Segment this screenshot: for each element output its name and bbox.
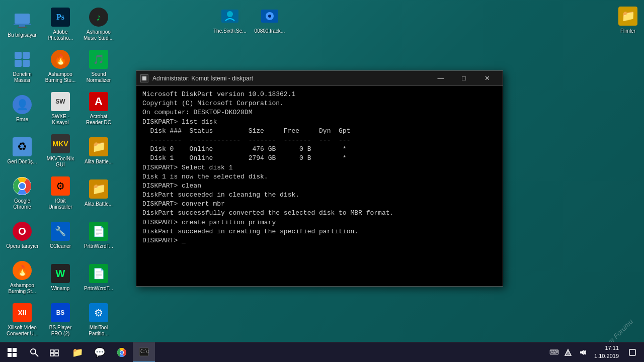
- icon-bsplayer[interactable]: BS BS.Player PRO (2): [42, 300, 78, 340]
- svg-text:C:\>: C:\>: [140, 349, 149, 354]
- top-center-icons: The.Sixth.Se... 00800.track...: [211, 4, 287, 36]
- icon-sound-normalizer[interactable]: 🎵 Sound Normalizer: [80, 46, 117, 86]
- cmd-line: DiskPart successfully converted the sele…: [142, 209, 497, 218]
- icon-mkv[interactable]: MKV MKVToolNix GUI: [42, 131, 78, 171]
- icon-label: Geri Dönüş...: [8, 159, 37, 165]
- icon-opera[interactable]: O Opera tarayıcı: [4, 215, 40, 255]
- taskbar-chrome[interactable]: [111, 342, 133, 363]
- icon-acrobat[interactable]: A Acrobat Reader DC: [80, 88, 117, 129]
- icon-bu-bilgisayar[interactable]: Bu bilgisayar: [4, 4, 40, 44]
- desktop-icons-area: Bu bilgisayar Ps Adobe Photosho... ♪ Ash…: [0, 0, 116, 342]
- icon-label: Adobe Photosho...: [44, 29, 76, 41]
- icon-ccleaner[interactable]: 🔧 CCleaner: [42, 215, 78, 255]
- svg-rect-0: [15, 14, 30, 24]
- svg-rect-24: [55, 350, 58, 352]
- icon-emre[interactable]: 👤 Emre: [4, 88, 40, 129]
- icon-label: Bu bilgisayar: [8, 32, 36, 38]
- svg-rect-26: [55, 353, 58, 356]
- explorer-icon: 📁: [72, 347, 83, 358]
- chrome-icon: [116, 347, 127, 358]
- svg-rect-4: [15, 52, 22, 59]
- cmd-titlebar[interactable]: Administrator: Komut İstemi - diskpart —…: [136, 71, 503, 86]
- taskbar-explorer[interactable]: 📁: [66, 342, 89, 363]
- cmd-title-text: Administrator: Komut İstemi - diskpart: [152, 75, 429, 82]
- icon-sixth-sense[interactable]: The.Sixth.Se...: [211, 4, 249, 36]
- icon-label: Alita.Battle...: [85, 159, 113, 165]
- cmd-maximize-button[interactable]: □: [452, 71, 475, 86]
- svg-rect-23: [50, 350, 54, 352]
- taskbar-apps-area: 📁 💬: [66, 342, 155, 363]
- taskview-button[interactable]: [44, 342, 64, 363]
- cmd-line: DiskPart succeeded in creating the speci…: [142, 227, 497, 236]
- cmd-window-controls: — □ ✕: [429, 71, 499, 86]
- svg-rect-2: [19, 25, 25, 27]
- svg-rect-1: [14, 24, 31, 25]
- cmd-content[interactable]: Microsoft DiskPart version 10.0.18362.1C…: [136, 86, 503, 286]
- icon-xilisoft[interactable]: XII Xilisoft Video Converter U...: [4, 300, 40, 340]
- cmd-minimize-button[interactable]: —: [429, 71, 452, 86]
- icon-label: Emre: [16, 117, 28, 123]
- icon-label: CCleaner: [50, 243, 71, 249]
- search-button[interactable]: [24, 342, 44, 363]
- time-display: 17:11: [605, 344, 619, 352]
- cmd-line: Disk 1 Online 2794 GB 0 B *: [142, 154, 497, 163]
- icon-label: Ashampoo Music Studi...: [83, 29, 115, 41]
- icon-prttn-1[interactable]: 📄 PrttnWzrdT...: [80, 215, 117, 255]
- svg-point-34: [568, 353, 569, 354]
- icon-minitool[interactable]: ⚙ MiniTool Partitio...: [80, 300, 117, 340]
- volume-icon[interactable]: [576, 342, 588, 363]
- icon-denetim[interactable]: Denetim Masası: [4, 46, 40, 86]
- right-icon-area: 📁 Flimler: [616, 4, 640, 36]
- keyboard-icon[interactable]: ⌨: [548, 342, 560, 363]
- cmd-line: DISKPART> clean: [142, 182, 497, 191]
- cmd-line: DISKPART> convert mbr: [142, 200, 497, 209]
- network-icon[interactable]: [562, 342, 574, 363]
- icon-ashampoo-2[interactable]: 🔥 Ashampoo Burning St...: [4, 257, 40, 298]
- svg-rect-6: [15, 60, 22, 67]
- icon-label: PrttnWzrdT...: [84, 286, 113, 292]
- icon-label: MiniTool Partitio...: [83, 325, 115, 337]
- icon-label: The.Sixth.Se...: [213, 28, 247, 34]
- svg-rect-20: [13, 353, 17, 357]
- svg-point-11: [19, 183, 25, 189]
- icon-photoshop[interactable]: Ps Adobe Photosho...: [42, 4, 78, 44]
- start-button[interactable]: [0, 342, 24, 363]
- cmd-line: Microsoft DiskPart version 10.0.18362.1: [142, 90, 497, 99]
- icon-label: IObit Uninstaller: [44, 198, 76, 210]
- icon-flimler[interactable]: 📁 Flimler: [616, 4, 640, 36]
- icon-label: Flimler: [620, 28, 635, 34]
- cmd-line: DISKPART> create partition primary: [142, 218, 497, 227]
- taskbar-right-area: ⌨ 17:11 1.10.2019: [548, 342, 644, 363]
- cmd-line: DISKPART> list disk: [142, 118, 497, 127]
- icon-label: Denetim Masası: [6, 71, 38, 83]
- svg-rect-7: [23, 60, 30, 67]
- date-display: 1.10.2019: [594, 352, 619, 360]
- cmd-line: Copyright (C) Microsoft Corporation.: [142, 99, 497, 108]
- icon-geri-donus[interactable]: ♻ Geri Dönüş...: [4, 131, 40, 171]
- icon-prttn-2[interactable]: 📄 PrttnWzrdT...: [80, 257, 117, 298]
- taskbar-cmd[interactable]: C:\>: [133, 342, 155, 363]
- icon-00800-track[interactable]: 00800.track...: [253, 4, 287, 36]
- svg-line-22: [35, 353, 38, 356]
- svg-point-16: [268, 15, 271, 18]
- icon-label: PrttnWzrdT...: [84, 243, 113, 249]
- icon-chrome[interactable]: Google Chrome: [4, 173, 40, 213]
- icon-iobit[interactable]: ⚙ IObit Uninstaller: [42, 173, 78, 213]
- icon-ashampoo-burning[interactable]: 🔥 Ashampoo Burning Stu...: [42, 46, 78, 86]
- cmd-line: Disk 1 is now the selected disk.: [142, 172, 497, 182]
- icon-label: SWXE - Kısayol: [44, 114, 76, 126]
- icon-winamp[interactable]: W Winamp: [42, 257, 78, 298]
- icon-alita-2[interactable]: 📁 Alita.Battle...: [80, 173, 117, 213]
- icon-alita-1[interactable]: 📁 Alita.Battle...: [80, 131, 117, 171]
- svg-rect-19: [8, 353, 12, 357]
- svg-rect-3: [18, 27, 27, 28]
- svg-rect-25: [50, 353, 54, 356]
- taskbar-whatsapp[interactable]: 💬: [89, 342, 111, 363]
- cmd-close-button[interactable]: ✕: [475, 71, 499, 86]
- icon-label: Winamp: [51, 286, 70, 292]
- svg-rect-36: [629, 349, 635, 355]
- system-clock[interactable]: 17:11 1.10.2019: [590, 344, 623, 360]
- icon-ashampoo-music[interactable]: ♪ Ashampoo Music Studi...: [80, 4, 117, 44]
- icon-swxe[interactable]: SW SWXE - Kısayol: [42, 88, 78, 129]
- notification-button[interactable]: [625, 342, 640, 363]
